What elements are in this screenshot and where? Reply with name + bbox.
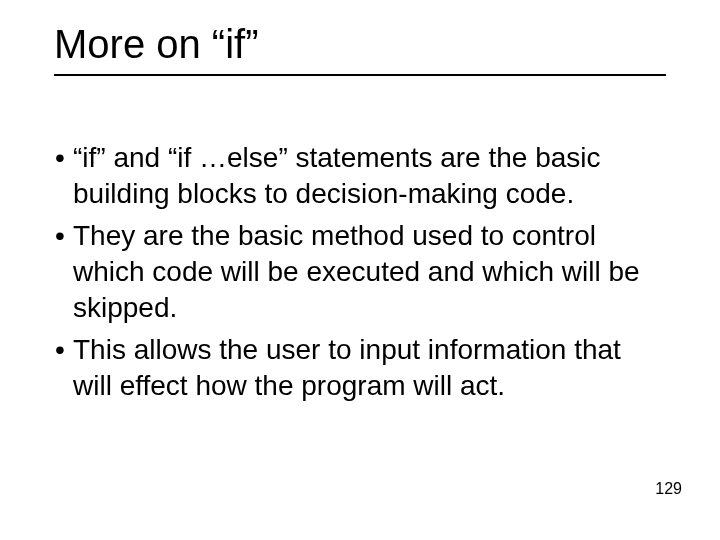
bullet-dot-icon: • bbox=[55, 218, 73, 254]
title-underline bbox=[54, 74, 666, 76]
bullet-text: “if” and “if …else” statements are the b… bbox=[73, 140, 666, 212]
list-item: • “if” and “if …else” statements are the… bbox=[55, 140, 666, 212]
bullet-list: • “if” and “if …else” statements are the… bbox=[55, 140, 666, 410]
bullet-dot-icon: • bbox=[55, 332, 73, 368]
list-item: • They are the basic method used to cont… bbox=[55, 218, 666, 326]
list-item: • This allows the user to input informat… bbox=[55, 332, 666, 404]
bullet-dot-icon: • bbox=[55, 140, 73, 176]
page-title: More on “if” bbox=[54, 22, 259, 67]
bullet-text: They are the basic method used to contro… bbox=[73, 218, 666, 326]
bullet-text: This allows the user to input informatio… bbox=[73, 332, 666, 404]
page-number: 129 bbox=[655, 480, 682, 498]
slide: More on “if” • “if” and “if …else” state… bbox=[0, 0, 720, 540]
